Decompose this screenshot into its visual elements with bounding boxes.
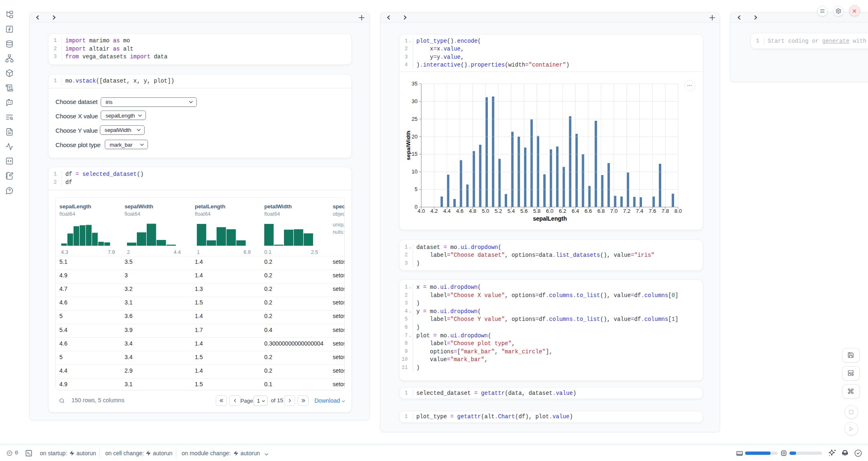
svg-text:4.0: 4.0 <box>418 208 425 214</box>
svg-text:sepalLength: sepalLength <box>533 215 567 222</box>
svg-text:7.8: 7.8 <box>662 208 669 214</box>
svg-text:30: 30 <box>412 98 418 104</box>
svg-text:4.4: 4.4 <box>443 208 450 214</box>
svg-text:5.2: 5.2 <box>494 208 502 214</box>
svg-text:25: 25 <box>412 116 418 122</box>
svg-text:6.0: 6.0 <box>546 208 553 214</box>
svg-text:5.0: 5.0 <box>482 208 489 214</box>
svg-text:6.6: 6.6 <box>584 208 592 214</box>
svg-text:5: 5 <box>415 186 418 192</box>
svg-text:10: 10 <box>412 168 418 175</box>
svg-text:6.2: 6.2 <box>559 208 566 214</box>
svg-text:7.0: 7.0 <box>610 208 618 214</box>
svg-text:4.6: 4.6 <box>456 208 464 214</box>
svg-text:15: 15 <box>412 151 418 157</box>
svg-text:20: 20 <box>412 134 418 140</box>
svg-text:6.8: 6.8 <box>597 208 605 214</box>
svg-text:5.6: 5.6 <box>520 208 528 214</box>
svg-text:8.0: 8.0 <box>674 208 682 214</box>
svg-text:35: 35 <box>412 81 418 87</box>
svg-text:4.8: 4.8 <box>469 208 476 214</box>
svg-text:4.2: 4.2 <box>430 208 438 214</box>
svg-text:6.4: 6.4 <box>572 208 579 214</box>
svg-text:5.4: 5.4 <box>508 208 515 214</box>
svg-text:7.6: 7.6 <box>649 208 656 214</box>
svg-text:0: 0 <box>415 204 418 210</box>
svg-text:7.2: 7.2 <box>623 208 630 214</box>
svg-text:7.4: 7.4 <box>636 208 643 214</box>
svg-text:sepalWidth: sepalWidth <box>405 131 411 160</box>
svg-text:5.8: 5.8 <box>533 208 540 214</box>
